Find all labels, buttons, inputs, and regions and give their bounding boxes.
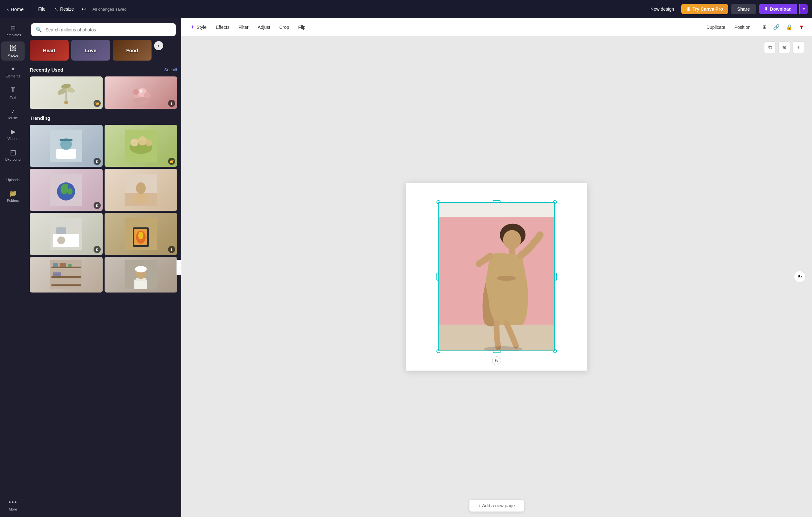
sidebar-item-templates[interactable]: ⊞ Templates <box>1 21 25 40</box>
sidebar-item-label: Folders <box>7 198 19 202</box>
add-new-page-button[interactable]: + Add a new page <box>469 499 524 512</box>
grid-icon-button[interactable]: ⊞ <box>760 22 769 32</box>
copy-page-button[interactable]: ⧉ <box>764 42 776 53</box>
flip-button[interactable]: Flip <box>294 23 310 32</box>
person-image <box>125 174 157 206</box>
search-input-wrap[interactable]: 🔍 <box>31 23 176 36</box>
category-heart[interactable]: Heart <box>30 40 69 61</box>
sidebar-item-folders[interactable]: 📁 Folders <box>1 186 25 206</box>
sidebar-item-photos[interactable]: 🖼 Photos <box>1 42 25 61</box>
download-dropdown-button[interactable]: ▾ <box>800 4 808 14</box>
sidebar-item-background[interactable]: ◱ Bkground <box>1 145 25 165</box>
photo-thumb-fireplace[interactable]: £ <box>105 213 177 255</box>
shelves-image <box>50 260 82 289</box>
photo-thumb-shelves[interactable] <box>30 257 103 293</box>
fireplace-image <box>125 218 157 250</box>
svg-point-9 <box>133 89 139 95</box>
svg-point-18 <box>138 136 147 145</box>
top-navigation: ‹ Home File ⤡ Resize ↩ All changes saved… <box>0 0 812 18</box>
category-strip: Heart Love Food › <box>26 40 181 64</box>
rotate-right-button[interactable]: ↻ <box>794 271 806 282</box>
style-star-icon: ✦ <box>191 24 195 30</box>
share-button[interactable]: Share <box>731 4 756 14</box>
search-bar: 🔍 <box>26 18 181 40</box>
see-all-button[interactable]: See all <box>164 67 177 72</box>
sidebar: ⊞ Templates 🖼 Photos ✦ Elements T Text ♪… <box>0 18 26 517</box>
sidebar-item-label: Templates <box>5 33 21 37</box>
crop-button[interactable]: Crop <box>276 23 293 32</box>
category-heart-label: Heart <box>30 40 69 61</box>
photos-icon: 🖼 <box>10 45 16 52</box>
svg-rect-57 <box>509 248 516 254</box>
sidebar-item-music[interactable]: ♪ Music <box>1 104 25 123</box>
try-pro-label: Try Canva Pro <box>693 6 723 12</box>
rotate-handle[interactable]: ↻ <box>492 356 501 365</box>
flip-label: Flip <box>298 25 306 30</box>
sidebar-item-label: More <box>9 507 17 511</box>
photo-thumb-chef[interactable] <box>105 257 177 293</box>
svg-rect-30 <box>53 234 79 247</box>
try-pro-button[interactable]: ♛ Try Canva Pro <box>681 4 728 14</box>
add-page-button-top[interactable]: + <box>792 42 804 53</box>
share-label: Share <box>737 6 750 12</box>
duplicate-button[interactable]: Duplicate <box>702 23 729 32</box>
duplicate-page-button[interactable]: ⊕ <box>778 42 790 53</box>
home-button[interactable]: ‹ Home <box>4 4 27 14</box>
background-icon: ◱ <box>10 148 16 156</box>
photo-thumb-palm[interactable]: 👑 <box>30 77 103 109</box>
svg-rect-12 <box>56 149 76 159</box>
link-icon-button[interactable]: 🔗 <box>771 22 782 32</box>
svg-point-23 <box>67 188 72 195</box>
filter-button[interactable]: Filter <box>235 23 253 32</box>
svg-point-8 <box>144 92 150 99</box>
kitchen-image <box>50 218 82 250</box>
download-label: Download <box>770 6 792 12</box>
photo-thumb-cooking[interactable]: £ <box>30 125 103 167</box>
canvas-workspace: ⧉ ⊕ + ↻ <box>181 36 812 517</box>
selected-image[interactable]: ↻ <box>438 202 555 351</box>
sidebar-item-videos[interactable]: ▶ Videos <box>1 125 25 144</box>
svg-point-19 <box>146 140 152 146</box>
sidebar-item-uploads[interactable]: ↑ Uploads <box>1 166 25 185</box>
svg-point-17 <box>130 139 138 146</box>
svg-rect-4 <box>64 101 68 104</box>
category-food[interactable]: Food <box>113 40 151 61</box>
sidebar-item-text[interactable]: T Text <box>1 83 25 103</box>
lock-icon-button[interactable]: 🔒 <box>784 22 795 32</box>
photo-thumb-flowers[interactable]: £ <box>105 77 177 109</box>
delete-icon-button[interactable]: 🗑 <box>796 22 807 32</box>
style-button[interactable]: ✦ Style <box>186 22 210 32</box>
sidebar-item-elements[interactable]: ✦ Elements <box>1 62 25 81</box>
file-button[interactable]: File <box>35 4 49 13</box>
nav-divider <box>31 5 31 13</box>
adjust-button[interactable]: Adjust <box>254 23 274 32</box>
photo-thumb-kitchen[interactable]: £ <box>30 213 103 255</box>
svg-point-58 <box>497 276 516 281</box>
svg-point-37 <box>138 232 143 239</box>
svg-point-27 <box>136 182 146 194</box>
category-next-arrow[interactable]: › <box>154 41 163 50</box>
videos-icon: ▶ <box>11 128 16 135</box>
palm-image <box>56 80 76 106</box>
position-label: Position <box>734 25 751 30</box>
category-love[interactable]: Love <box>71 40 110 61</box>
position-button[interactable]: Position <box>730 23 754 32</box>
photos-panel: 🔍 Heart Love Food › Recently Used See al… <box>26 18 181 517</box>
trending-grid: £ 👑 <box>30 125 177 293</box>
image-container <box>438 202 555 351</box>
hide-panel-button[interactable]: ‹ <box>176 260 181 275</box>
svg-rect-31 <box>56 227 66 234</box>
undo-button[interactable]: ↩ <box>80 4 88 15</box>
canvas-image-svg <box>439 203 554 351</box>
effects-button[interactable]: Effects <box>212 23 233 32</box>
sidebar-item-more[interactable]: ••• More <box>1 495 25 514</box>
resize-button[interactable]: ⤡ Resize <box>52 4 77 13</box>
search-input[interactable] <box>45 27 171 32</box>
download-icon: ⬇ <box>764 6 768 12</box>
new-design-button[interactable]: New design <box>646 4 678 13</box>
photo-thumb-picnic[interactable]: 👑 <box>105 125 177 167</box>
photo-thumb-earth[interactable]: £ <box>30 169 103 211</box>
photo-thumb-person[interactable] <box>105 169 177 211</box>
toolbar: ✦ Style Effects Filter Adjust Crop Flip … <box>181 18 812 36</box>
download-button[interactable]: ⬇ Download <box>759 4 797 14</box>
